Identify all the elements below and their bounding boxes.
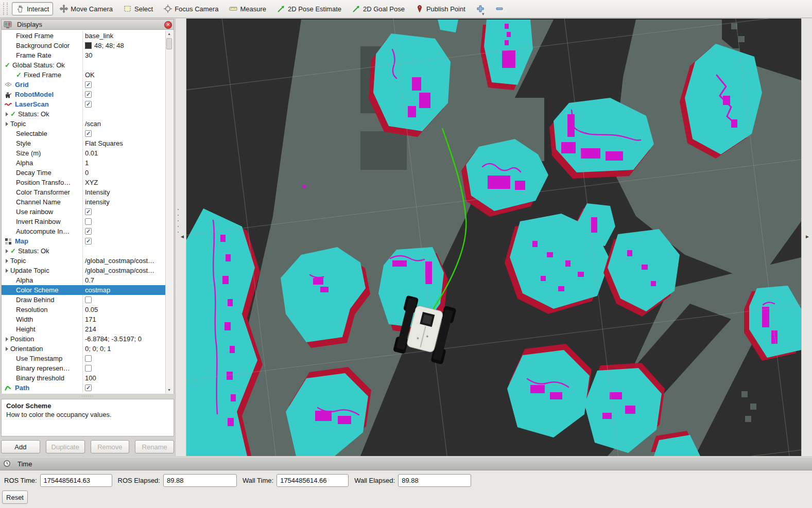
property-row-laserscan[interactable]: LaserScan✓ bbox=[2, 99, 166, 109]
checkbox-unchecked[interactable] bbox=[85, 365, 92, 372]
property-value-cell[interactable]: ✓ bbox=[82, 99, 166, 109]
checkbox-checked[interactable]: ✓ bbox=[85, 130, 92, 137]
checkbox-unchecked[interactable] bbox=[85, 218, 92, 225]
property-value-cell[interactable]: 1 bbox=[82, 158, 166, 168]
property-value-cell[interactable] bbox=[82, 217, 166, 226]
time-panel-header[interactable]: Time bbox=[0, 457, 812, 470]
left-splitter[interactable]: ◄ bbox=[175, 19, 186, 456]
property-value-cell[interactable]: ✓ bbox=[82, 90, 166, 99]
duplicate-button[interactable]: Duplicate bbox=[46, 440, 85, 453]
property-row-fixed-frame[interactable]: Fixed Framebase_link bbox=[2, 31, 166, 41]
property-row-position[interactable]: Position-6.8784; -3.5197; 0 bbox=[2, 334, 166, 344]
displays-panel-header[interactable]: Displays ✕ bbox=[1, 19, 174, 30]
expand-arrow-icon[interactable] bbox=[6, 269, 8, 273]
property-value-cell[interactable] bbox=[82, 246, 166, 256]
toolbar-button-minus-icon[interactable] bbox=[491, 2, 508, 15]
toolbar-overflow-arrow-icon[interactable]: ▾ bbox=[482, 11, 485, 16]
property-value-cell[interactable]: /global_costmap/cost… bbox=[82, 256, 166, 266]
property-value-cell[interactable]: Flat Squares bbox=[82, 138, 166, 148]
property-row-path[interactable]: Path✓ bbox=[2, 383, 166, 393]
checkbox-checked[interactable]: ✓ bbox=[85, 228, 92, 235]
property-value-cell[interactable]: 0 bbox=[82, 168, 166, 178]
property-value-cell[interactable] bbox=[82, 363, 166, 373]
collapse-left-icon[interactable]: ◄ bbox=[180, 234, 185, 239]
property-value-cell[interactable]: intensity bbox=[82, 197, 166, 207]
property-row-use-rainbow[interactable]: Use rainbow✓ bbox=[2, 207, 166, 217]
property-row-style[interactable]: StyleFlat Squares bbox=[2, 138, 166, 148]
checkbox-checked[interactable]: ✓ bbox=[85, 208, 92, 215]
property-value-cell[interactable] bbox=[82, 354, 166, 363]
property-row-binary-represen[interactable]: Binary represen… bbox=[2, 363, 166, 373]
property-value-cell[interactable]: OK bbox=[82, 70, 166, 80]
scrollbar-thumb[interactable] bbox=[166, 38, 172, 49]
ros-time-input[interactable] bbox=[40, 474, 112, 487]
property-row-background-color[interactable]: Background Color48; 48; 48 bbox=[2, 41, 166, 50]
property-value-cell[interactable] bbox=[82, 60, 166, 70]
expand-arrow-icon[interactable] bbox=[6, 347, 8, 351]
checkbox-checked[interactable]: ✓ bbox=[85, 384, 92, 391]
property-row-resolution[interactable]: Resolution0.05 bbox=[2, 305, 166, 314]
color-swatch[interactable] bbox=[85, 42, 92, 49]
property-row-status-ok[interactable]: ✓Status: Ok bbox=[2, 109, 166, 119]
property-value-cell[interactable]: 0; 0; 0; 1 bbox=[82, 344, 166, 354]
wall-time-input[interactable] bbox=[277, 474, 349, 487]
property-value-cell[interactable]: 0.05 bbox=[82, 305, 166, 314]
property-value-cell[interactable]: /scan bbox=[82, 119, 166, 129]
property-row-fixed-frame[interactable]: ✓Fixed FrameOK bbox=[2, 70, 166, 80]
property-value-cell[interactable]: ✓ bbox=[82, 129, 166, 138]
right-splitter[interactable]: ► bbox=[801, 19, 812, 456]
checkbox-checked[interactable]: ✓ bbox=[85, 101, 92, 108]
toolbar-button-move-camera[interactable]: Move Camera bbox=[56, 2, 117, 15]
property-value-cell[interactable]: ✓ bbox=[82, 207, 166, 217]
property-value-cell[interactable]: ✓ bbox=[82, 383, 166, 393]
expand-arrow-icon[interactable] bbox=[6, 337, 8, 341]
expand-arrow-icon[interactable] bbox=[6, 259, 8, 263]
property-value-cell[interactable]: 100 bbox=[82, 373, 166, 383]
property-row-status-ok[interactable]: ✓Status: Ok bbox=[2, 246, 166, 256]
property-value-cell[interactable]: /global_costmap/cost… bbox=[82, 266, 166, 275]
property-value-cell[interactable]: ✓ bbox=[82, 226, 166, 236]
checkbox-unchecked[interactable] bbox=[85, 296, 92, 303]
toolbar-button-publish-point[interactable]: Publish Point bbox=[411, 2, 470, 15]
property-row-position-transfo[interactable]: Position Transfo…XYZ bbox=[2, 178, 166, 187]
toolbar-drag-handle[interactable] bbox=[3, 3, 8, 15]
property-row-grid[interactable]: Grid✓ bbox=[2, 80, 166, 90]
property-value-cell[interactable]: 0.01 bbox=[82, 148, 166, 158]
property-value-cell[interactable]: XYZ bbox=[82, 178, 166, 187]
property-row-draw-behind[interactable]: Draw Behind bbox=[2, 295, 166, 305]
close-icon[interactable]: ✕ bbox=[164, 21, 172, 29]
checkbox-checked[interactable]: ✓ bbox=[85, 81, 92, 88]
render-viewport[interactable] bbox=[186, 19, 801, 456]
rename-button[interactable]: Rename bbox=[135, 440, 174, 453]
scroll-up-icon[interactable]: ▲ bbox=[166, 30, 172, 37]
toolbar-button-2d-goal-pose[interactable]: 2D Goal Pose bbox=[348, 2, 409, 15]
property-row-frame-rate[interactable]: Frame Rate30 bbox=[2, 50, 166, 60]
property-row-update-topic[interactable]: Update Topic/global_costmap/cost… bbox=[2, 266, 166, 275]
expand-arrow-icon[interactable] bbox=[6, 249, 8, 253]
property-value-cell[interactable]: -6.8784; -3.5197; 0 bbox=[82, 334, 166, 344]
property-row-orientation[interactable]: Orientation0; 0; 0; 1 bbox=[2, 344, 166, 354]
property-row-global-status-ok[interactable]: ✓Global Status: Ok bbox=[2, 60, 166, 70]
property-row-color-transformer[interactable]: Color TransformerIntensity bbox=[2, 187, 166, 197]
toolbar-button-select[interactable]: Select bbox=[119, 2, 157, 15]
expand-arrow-icon[interactable] bbox=[6, 122, 8, 126]
ros-elapsed-input[interactable] bbox=[163, 474, 237, 487]
property-row-alpha[interactable]: Alpha0.7 bbox=[2, 275, 166, 285]
property-row-autocompute-in[interactable]: Autocompute In…✓ bbox=[2, 226, 166, 236]
toolbar-button-2d-pose-estimate[interactable]: 2D Pose Estimate bbox=[273, 2, 345, 15]
property-row-color-scheme[interactable]: Color Schemecostmap bbox=[2, 285, 166, 295]
property-row-width[interactable]: Width171 bbox=[2, 314, 166, 324]
property-value-cell[interactable] bbox=[82, 109, 166, 119]
checkbox-checked[interactable]: ✓ bbox=[85, 91, 92, 98]
wall-elapsed-input[interactable] bbox=[398, 474, 471, 487]
checkbox-checked[interactable]: ✓ bbox=[85, 238, 92, 244]
toolbar-button-plus-icon[interactable] bbox=[472, 2, 489, 15]
remove-button[interactable]: Remove bbox=[91, 440, 130, 453]
toolbar-button-measure[interactable]: Measure bbox=[225, 2, 270, 15]
property-value-cell[interactable]: Intensity bbox=[82, 187, 166, 197]
property-value-cell[interactable]: ✓ bbox=[82, 80, 166, 90]
scroll-down-icon[interactable]: ▼ bbox=[166, 387, 172, 393]
property-row-topic[interactable]: Topic/scan bbox=[2, 119, 166, 129]
property-row-map[interactable]: Map✓ bbox=[2, 236, 166, 246]
property-row-topic[interactable]: Topic/global_costmap/cost… bbox=[2, 256, 166, 266]
